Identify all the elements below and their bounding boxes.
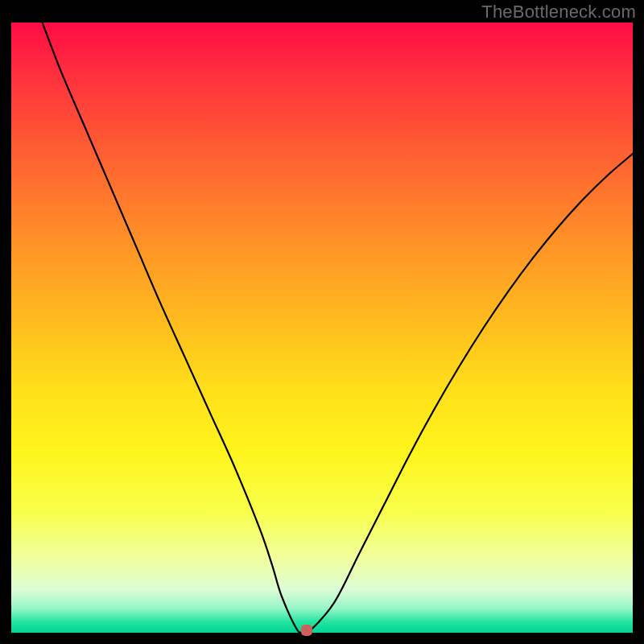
plot-area: [11, 23, 633, 633]
optimum-marker: [301, 625, 312, 636]
bottleneck-curve: [43, 23, 633, 633]
watermark-text: TheBottleneck.com: [481, 2, 636, 23]
chart-frame: TheBottleneck.com: [0, 0, 644, 644]
curve-svg: [11, 23, 633, 633]
